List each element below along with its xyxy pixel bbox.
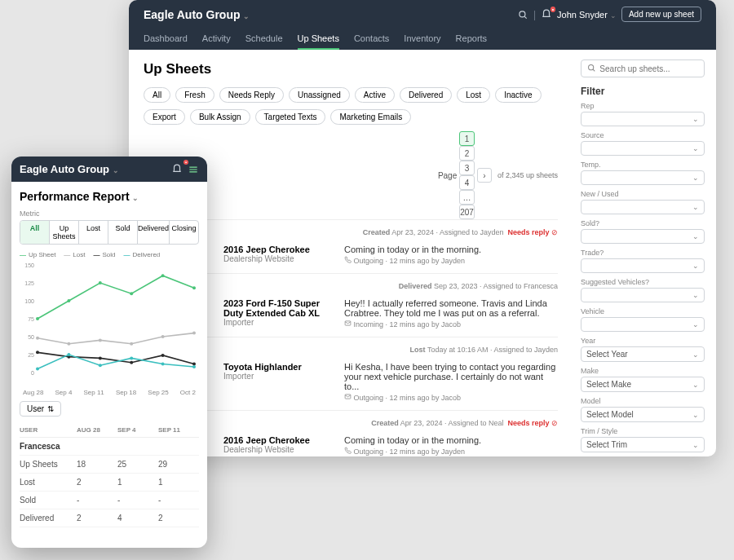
- svg-point-18: [67, 342, 70, 346]
- message-preview: Hey!! I actually referred someone. Travi…: [344, 298, 558, 318]
- filter-new-used-select[interactable]: ⌄: [581, 200, 705, 214]
- svg-point-0: [520, 11, 525, 16]
- filter-label: Vehicle: [581, 307, 705, 315]
- svg-point-25: [99, 356, 102, 359]
- org-switcher[interactable]: Eagle Auto Group ⌄: [20, 163, 119, 175]
- table-row: Delivered242: [20, 509, 199, 527]
- page-1[interactable]: 1: [459, 131, 475, 146]
- org-switcher[interactable]: Eagle Auto Group ⌄: [144, 8, 250, 21]
- user-filter-dropdown[interactable]: User ⇅: [20, 401, 61, 417]
- menu-icon[interactable]: [188, 164, 199, 175]
- chart-x-axis: Aug 28Sep 4Sep 11Sep 18Sep 25Oct 2: [20, 389, 199, 401]
- filter-needs-reply[interactable]: Needs Reply: [219, 87, 284, 103]
- nav-activity[interactable]: Activity: [202, 29, 231, 50]
- metric-segmented-control[interactable]: AllUp SheetsLostSoldDeliveredClosing: [20, 220, 199, 245]
- segment-lost[interactable]: Lost: [79, 221, 108, 244]
- filter-rep-select[interactable]: ⌄: [581, 112, 705, 126]
- search-box[interactable]: [581, 60, 705, 77]
- filter-label: Trade?: [581, 249, 705, 257]
- nav-reports[interactable]: Reports: [456, 29, 488, 50]
- vehicle-title: 2023 Ford F-150 Super Duty Extended Cab …: [223, 298, 338, 318]
- svg-point-11: [36, 317, 39, 320]
- notifications-icon[interactable]: •: [541, 9, 552, 20]
- segment-closing[interactable]: Closing: [170, 221, 198, 244]
- status-filter-row: AllFreshNeeds ReplyUnassignedActiveDeliv…: [144, 87, 558, 103]
- report-title[interactable]: Performance Report ⌄: [20, 190, 199, 203]
- x-tick: Sep 4: [55, 389, 72, 396]
- action-marketing-emails[interactable]: Marketing Emails: [330, 109, 411, 125]
- nav-contacts[interactable]: Contacts: [354, 29, 389, 50]
- filter-sold--select[interactable]: ⌄: [581, 229, 705, 244]
- nav-up-sheets[interactable]: Up Sheets: [298, 29, 339, 50]
- page-next[interactable]: ›: [477, 168, 492, 183]
- filter-active[interactable]: Active: [355, 87, 395, 103]
- svg-text:150: 150: [24, 262, 34, 268]
- search-icon[interactable]: [517, 9, 528, 20]
- filter-label: Temp.: [581, 161, 705, 169]
- page-count: of 2,345 up sheets: [497, 171, 558, 179]
- filter-label: Suggested Vehicles?: [581, 278, 705, 286]
- lead-source: Importer: [223, 372, 338, 381]
- segment-delivered[interactable]: Delivered: [138, 221, 170, 244]
- notifications-icon[interactable]: •: [171, 164, 183, 175]
- message-preview: Coming in today or in the morning.: [344, 245, 558, 254]
- x-tick: Oct 2: [180, 389, 196, 396]
- filter-delivered[interactable]: Delivered: [400, 87, 452, 103]
- vehicle-title: Toyota Highlander: [223, 362, 338, 372]
- x-tick: Sep 25: [148, 389, 168, 396]
- svg-point-12: [67, 299, 70, 302]
- svg-point-21: [161, 335, 165, 338]
- filter-trim-style-select[interactable]: Select Trim⌄: [581, 437, 705, 452]
- message-preview: Hi Kesha, I have been trying to contact …: [344, 362, 558, 391]
- filter-label: Model: [581, 397, 705, 405]
- mobile-window: Eagle Auto Group ⌄ • Performance Report …: [11, 157, 207, 548]
- svg-text:50: 50: [28, 334, 34, 340]
- svg-point-19: [99, 338, 102, 342]
- filter-make-select[interactable]: Select Make⌄: [581, 377, 705, 392]
- filter-temp--select[interactable]: ⌄: [581, 170, 705, 185]
- filter-year-select[interactable]: Select Year⌄: [581, 346, 705, 362]
- action-bulk-assign[interactable]: Bulk Assign: [190, 109, 250, 125]
- segment-up-sheets[interactable]: Up Sheets: [50, 221, 79, 244]
- nav-dashboard[interactable]: Dashboard: [144, 29, 188, 50]
- page-2[interactable]: 2: [459, 146, 475, 161]
- filter-source-select[interactable]: ⌄: [581, 141, 705, 156]
- nav-inventory[interactable]: Inventory: [404, 29, 440, 50]
- svg-point-14: [130, 292, 133, 295]
- filter-suggested-vehicles--select[interactable]: ⌄: [581, 288, 705, 302]
- svg-point-26: [130, 361, 133, 364]
- segment-sold[interactable]: Sold: [108, 221, 138, 244]
- segment-all[interactable]: All: [20, 221, 50, 244]
- page-4[interactable]: 4: [459, 175, 475, 190]
- nav-schedule[interactable]: Schedule: [245, 29, 283, 50]
- filter-trade--select[interactable]: ⌄: [581, 258, 705, 273]
- add-new-up-sheet-button[interactable]: Add new up sheet: [621, 7, 701, 22]
- filter-heading: Filter: [581, 86, 705, 97]
- page-207[interactable]: 207: [459, 205, 475, 219]
- filter-fresh[interactable]: Fresh: [175, 87, 214, 103]
- desktop-window: Eagle Auto Group ⌄ | • John Snyder ⌄ Add…: [129, 0, 716, 456]
- filter-unassigned[interactable]: Unassigned: [289, 87, 350, 103]
- svg-point-23: [36, 351, 39, 354]
- filter-lost[interactable]: Lost: [457, 87, 490, 103]
- search-input[interactable]: [599, 64, 699, 73]
- filter-vehicle-select[interactable]: ⌄: [581, 317, 705, 332]
- page-…[interactable]: …: [459, 190, 475, 205]
- col-header: SEP 4: [117, 426, 158, 434]
- x-tick: Sep 18: [116, 389, 136, 396]
- app-header: Eagle Auto Group ⌄ | • John Snyder ⌄ Add…: [129, 0, 716, 50]
- metric-label: Metric: [20, 209, 199, 218]
- action-targeted-texts[interactable]: Targeted Texts: [255, 109, 326, 125]
- filter-model-select[interactable]: Select Model⌄: [581, 407, 705, 422]
- svg-text:100: 100: [24, 298, 34, 304]
- page-label: Page: [438, 171, 457, 180]
- filter-inactive[interactable]: Inactive: [495, 87, 541, 103]
- svg-point-16: [192, 286, 196, 289]
- x-tick: Sep 11: [83, 389, 104, 396]
- user-menu[interactable]: John Snyder ⌄: [557, 10, 617, 20]
- action-export[interactable]: Export: [144, 109, 185, 125]
- filter-all[interactable]: All: [144, 87, 170, 103]
- filter-label: Source: [581, 131, 705, 139]
- page-3[interactable]: 3: [459, 161, 475, 175]
- svg-point-30: [67, 353, 70, 356]
